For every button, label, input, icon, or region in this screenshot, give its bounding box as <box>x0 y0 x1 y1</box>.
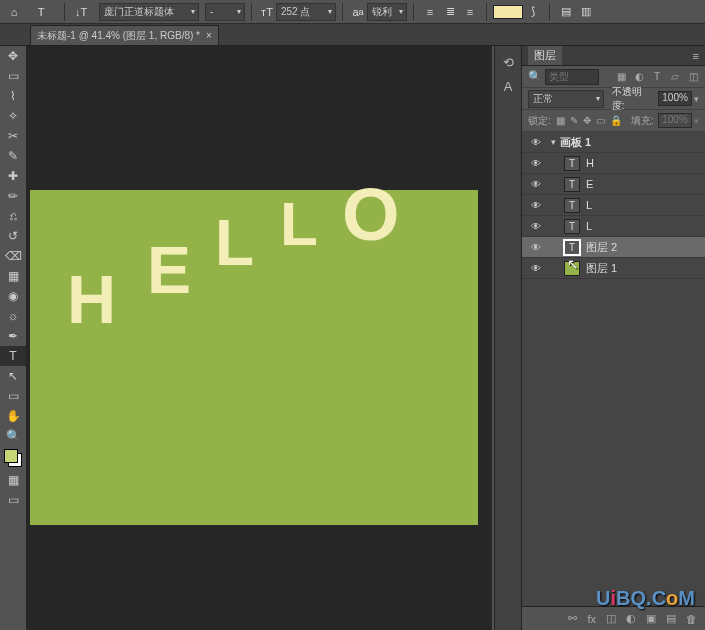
pen-tool[interactable]: ✒ <box>0 326 26 346</box>
antialias-dropdown[interactable]: 锐利 <box>367 3 407 21</box>
filter-adjust-icon[interactable]: ◐ <box>633 71 645 82</box>
zoom-tool[interactable]: 🔍 <box>0 426 26 446</box>
stamp-tool[interactable]: ⎌ <box>0 206 26 226</box>
align-left-button[interactable]: ≡ <box>420 3 440 21</box>
layer-name[interactable]: L <box>586 220 592 232</box>
canvas-area[interactable]: H E L L O <box>26 46 492 630</box>
heal-tool[interactable]: ✚ <box>0 166 26 186</box>
char-panel-icon[interactable]: A <box>498 76 518 96</box>
quick-mask-button[interactable]: ▦ <box>0 470 26 490</box>
chevron-down-icon[interactable]: ▾ <box>694 94 699 104</box>
char-panel-button[interactable]: ▤ <box>556 3 576 21</box>
para-panel-button[interactable]: ▥ <box>576 3 596 21</box>
history-brush-tool[interactable]: ↺ <box>0 226 26 246</box>
text-letter-l1[interactable]: L <box>215 206 254 280</box>
text-letter-l2[interactable]: L <box>280 188 318 259</box>
text-letter-h[interactable]: H <box>67 260 116 338</box>
dodge-tool[interactable]: ☼ <box>0 306 26 326</box>
color-swatches[interactable] <box>4 449 22 467</box>
type-layer-icon[interactable]: T <box>564 219 580 234</box>
layer-row[interactable]: 👁TE <box>522 174 705 195</box>
adjustment-button[interactable]: ◐ <box>626 612 636 625</box>
visibility-toggle[interactable]: 👁 <box>526 137 546 148</box>
text-letter-o[interactable]: O <box>342 172 400 257</box>
new-layer-button[interactable]: ▤ <box>666 612 676 625</box>
disclosure-triangle[interactable]: ▾ <box>546 137 560 147</box>
visibility-toggle[interactable]: 👁 <box>526 158 546 169</box>
pixel-layer-thumb[interactable] <box>564 261 580 276</box>
visibility-toggle[interactable]: 👁 <box>526 221 546 232</box>
wand-tool[interactable]: ✧ <box>0 106 26 126</box>
path-tool[interactable]: ↖ <box>0 366 26 386</box>
visibility-toggle[interactable]: 👁 <box>526 242 546 253</box>
type-layer-icon[interactable]: T <box>564 177 580 192</box>
visibility-toggle[interactable]: 👁 <box>526 179 546 190</box>
artboard[interactable]: H E L L O <box>30 190 478 525</box>
font-style-dropdown[interactable]: - <box>205 3 245 21</box>
fx-button[interactable]: fx <box>587 613 596 625</box>
shape-tool[interactable]: ▭ <box>0 386 26 406</box>
lasso-tool[interactable]: ⌇ <box>0 86 26 106</box>
screen-mode-button[interactable]: ▭ <box>0 490 26 510</box>
align-right-button[interactable]: ≡ <box>460 3 480 21</box>
filter-pixel-icon[interactable]: ▦ <box>615 71 627 82</box>
layer-list[interactable]: 👁▾画板 1👁TH👁TE👁TL👁TL👁T图层 2👁图层 1 <box>522 132 705 606</box>
layers-tab[interactable]: 图层 <box>528 46 562 65</box>
delete-layer-button[interactable]: 🗑 <box>686 613 697 625</box>
layer-row[interactable]: 👁▾画板 1 <box>522 132 705 153</box>
type-layer-icon[interactable]: T <box>564 240 580 255</box>
lock-artboard-icon[interactable]: ▭ <box>596 115 605 126</box>
type-tool[interactable]: T <box>0 346 26 366</box>
layer-row[interactable]: 👁TL <box>522 216 705 237</box>
align-center-button[interactable]: ≣ <box>440 3 460 21</box>
history-panel-icon[interactable]: ⟲ <box>498 52 518 72</box>
layer-row[interactable]: 👁TL <box>522 195 705 216</box>
move-tool[interactable]: ✥ <box>0 46 26 66</box>
layer-name[interactable]: H <box>586 157 594 169</box>
visibility-toggle[interactable]: 👁 <box>526 200 546 211</box>
layer-name[interactable]: 画板 1 <box>560 135 591 150</box>
panel-menu-icon[interactable]: ≡ <box>693 50 699 62</box>
lock-trans-icon[interactable]: ▦ <box>556 115 565 126</box>
layer-filter-input[interactable] <box>545 69 599 85</box>
group-button[interactable]: ▣ <box>646 612 656 625</box>
layer-row[interactable]: 👁T图层 2 <box>522 237 705 258</box>
layer-name[interactable]: 图层 2 <box>586 240 617 255</box>
layer-name[interactable]: 图层 1 <box>586 261 617 276</box>
eyedropper-tool[interactable]: ✎ <box>0 146 26 166</box>
layer-row[interactable]: 👁图层 1 <box>522 258 705 279</box>
blur-tool[interactable]: ◉ <box>0 286 26 306</box>
home-icon[interactable]: ⌂ <box>4 3 24 21</box>
filter-shape-icon[interactable]: ▱ <box>669 71 681 82</box>
close-icon[interactable]: × <box>206 30 212 41</box>
hand-tool[interactable]: ✋ <box>0 406 26 426</box>
layer-name[interactable]: L <box>586 199 592 211</box>
type-layer-icon[interactable]: T <box>564 198 580 213</box>
gradient-tool[interactable]: ▦ <box>0 266 26 286</box>
marquee-tool[interactable]: ▭ <box>0 66 26 86</box>
orientation-icon[interactable]: ↓T <box>71 3 91 21</box>
link-layers-button[interactable]: ⚯ <box>568 612 577 625</box>
filter-type-icon[interactable]: T <box>651 71 663 82</box>
font-family-dropdown[interactable]: 庞门正道标题体 <box>99 3 199 21</box>
text-color-swatch[interactable] <box>493 5 523 19</box>
warp-text-button[interactable]: ⟆ <box>523 3 543 21</box>
filter-smart-icon[interactable]: ◫ <box>687 71 699 82</box>
document-tab[interactable]: 未标题-1 @ 41.4% (图层 1, RGB/8) * × <box>30 25 219 45</box>
type-layer-icon[interactable]: T <box>564 156 580 171</box>
lock-paint-icon[interactable]: ✎ <box>570 115 578 126</box>
text-letter-e[interactable]: E <box>147 232 191 308</box>
lock-pos-icon[interactable]: ✥ <box>583 115 591 126</box>
font-size-dropdown[interactable]: 252 点 <box>276 3 336 21</box>
visibility-toggle[interactable]: 👁 <box>526 263 546 274</box>
eraser-tool[interactable]: ⌫ <box>0 246 26 266</box>
crop-tool[interactable]: ✂ <box>0 126 26 146</box>
opacity-value[interactable]: 100% <box>658 91 692 106</box>
mask-button[interactable]: ◫ <box>606 612 616 625</box>
blend-mode-dropdown[interactable]: 正常 <box>528 90 604 108</box>
layer-row[interactable]: 👁TH <box>522 153 705 174</box>
toolbox: ✥▭⌇✧✂✎✚✏⎌↺⌫▦◉☼✒T↖▭✋🔍▦▭ <box>0 46 26 510</box>
brush-tool[interactable]: ✏ <box>0 186 26 206</box>
layer-name[interactable]: E <box>586 178 593 190</box>
lock-all-icon[interactable]: 🔒 <box>610 115 622 126</box>
